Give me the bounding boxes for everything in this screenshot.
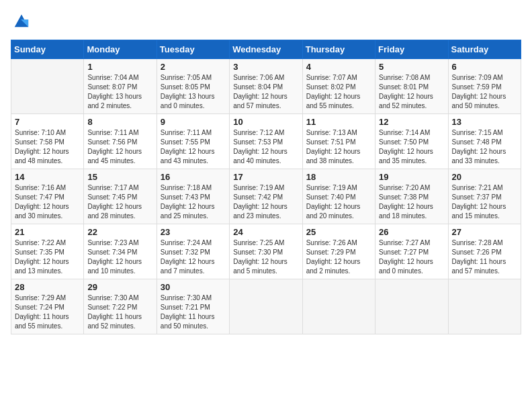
day-info: Sunrise: 7:16 AM Sunset: 7:47 PM Dayligh… — [15, 183, 80, 221]
day-info: Sunrise: 7:27 AM Sunset: 7:27 PM Dayligh… — [379, 238, 444, 276]
day-cell: 19Sunrise: 7:20 AM Sunset: 7:38 PM Dayli… — [375, 169, 448, 224]
day-cell: 3Sunrise: 7:06 AM Sunset: 8:04 PM Daylig… — [230, 59, 302, 114]
weekday-header-tuesday: Tuesday — [157, 40, 229, 59]
day-info: Sunrise: 7:05 AM Sunset: 8:05 PM Dayligh… — [161, 73, 226, 111]
day-info: Sunrise: 7:26 AM Sunset: 7:29 PM Dayligh… — [306, 238, 371, 276]
day-info: Sunrise: 7:19 AM Sunset: 7:40 PM Dayligh… — [306, 183, 371, 221]
day-number: 20 — [452, 172, 517, 182]
day-info: Sunrise: 7:23 AM Sunset: 7:34 PM Dayligh… — [87, 238, 152, 276]
day-cell: 7Sunrise: 7:10 AM Sunset: 7:58 PM Daylig… — [11, 114, 84, 169]
weekday-header-saturday: Saturday — [448, 40, 521, 59]
day-info: Sunrise: 7:17 AM Sunset: 7:45 PM Dayligh… — [87, 183, 152, 221]
day-number: 30 — [161, 282, 226, 292]
day-cell: 21Sunrise: 7:22 AM Sunset: 7:35 PM Dayli… — [11, 224, 84, 279]
day-info: Sunrise: 7:19 AM Sunset: 7:42 PM Dayligh… — [233, 183, 298, 221]
day-number: 23 — [161, 227, 226, 237]
day-info: Sunrise: 7:13 AM Sunset: 7:51 PM Dayligh… — [306, 128, 371, 166]
day-cell: 20Sunrise: 7:21 AM Sunset: 7:37 PM Dayli… — [448, 169, 521, 224]
day-info: Sunrise: 7:25 AM Sunset: 7:30 PM Dayligh… — [233, 238, 298, 276]
day-info: Sunrise: 7:11 AM Sunset: 7:56 PM Dayligh… — [87, 128, 152, 166]
day-number: 24 — [233, 227, 298, 237]
day-info: Sunrise: 7:28 AM Sunset: 7:26 PM Dayligh… — [452, 238, 517, 276]
page-header — [11, 11, 521, 33]
day-info: Sunrise: 7:09 AM Sunset: 7:59 PM Dayligh… — [452, 73, 517, 111]
day-cell: 10Sunrise: 7:12 AM Sunset: 7:53 PM Dayli… — [230, 114, 302, 169]
day-cell: 30Sunrise: 7:30 AM Sunset: 7:21 PM Dayli… — [157, 279, 229, 334]
day-number: 3 — [233, 62, 298, 72]
day-cell: 29Sunrise: 7:30 AM Sunset: 7:22 PM Dayli… — [84, 279, 157, 334]
day-cell: 23Sunrise: 7:24 AM Sunset: 7:32 PM Dayli… — [157, 224, 229, 279]
day-number: 22 — [87, 227, 152, 237]
day-number: 26 — [379, 227, 444, 237]
day-cell — [375, 279, 448, 334]
day-info: Sunrise: 7:21 AM Sunset: 7:37 PM Dayligh… — [452, 183, 517, 221]
day-cell: 15Sunrise: 7:17 AM Sunset: 7:45 PM Dayli… — [84, 169, 157, 224]
day-info: Sunrise: 7:07 AM Sunset: 8:02 PM Dayligh… — [306, 73, 371, 111]
day-cell: 8Sunrise: 7:11 AM Sunset: 7:56 PM Daylig… — [84, 114, 157, 169]
day-number: 8 — [87, 117, 152, 127]
logo-icon — [12, 11, 31, 30]
day-cell: 2Sunrise: 7:05 AM Sunset: 8:05 PM Daylig… — [157, 59, 229, 114]
day-number: 28 — [15, 282, 80, 292]
week-row-3: 14Sunrise: 7:16 AM Sunset: 7:47 PM Dayli… — [11, 169, 521, 224]
day-info: Sunrise: 7:18 AM Sunset: 7:43 PM Dayligh… — [161, 183, 226, 221]
day-number: 21 — [15, 227, 80, 237]
day-cell: 22Sunrise: 7:23 AM Sunset: 7:34 PM Dayli… — [84, 224, 157, 279]
day-info: Sunrise: 7:24 AM Sunset: 7:32 PM Dayligh… — [161, 238, 226, 276]
day-cell: 26Sunrise: 7:27 AM Sunset: 7:27 PM Dayli… — [375, 224, 448, 279]
weekday-header-monday: Monday — [84, 40, 157, 59]
day-cell: 4Sunrise: 7:07 AM Sunset: 8:02 PM Daylig… — [302, 59, 375, 114]
day-info: Sunrise: 7:06 AM Sunset: 8:04 PM Dayligh… — [233, 73, 298, 111]
day-info: Sunrise: 7:29 AM Sunset: 7:24 PM Dayligh… — [15, 293, 80, 331]
day-cell: 11Sunrise: 7:13 AM Sunset: 7:51 PM Dayli… — [302, 114, 375, 169]
day-cell: 13Sunrise: 7:15 AM Sunset: 7:48 PM Dayli… — [448, 114, 521, 169]
day-number: 13 — [452, 117, 517, 127]
day-number: 12 — [379, 117, 444, 127]
day-number: 15 — [87, 172, 152, 182]
day-cell: 12Sunrise: 7:14 AM Sunset: 7:50 PM Dayli… — [375, 114, 448, 169]
day-info: Sunrise: 7:08 AM Sunset: 8:01 PM Dayligh… — [379, 73, 444, 111]
day-number: 7 — [15, 117, 80, 127]
day-info: Sunrise: 7:30 AM Sunset: 7:22 PM Dayligh… — [87, 293, 152, 331]
day-info: Sunrise: 7:12 AM Sunset: 7:53 PM Dayligh… — [233, 128, 298, 166]
day-cell — [11, 59, 84, 114]
day-number: 27 — [452, 227, 517, 237]
day-cell: 14Sunrise: 7:16 AM Sunset: 7:47 PM Dayli… — [11, 169, 84, 224]
weekday-header-wednesday: Wednesday — [230, 40, 302, 59]
day-number: 5 — [379, 62, 444, 72]
day-cell: 1Sunrise: 7:04 AM Sunset: 8:07 PM Daylig… — [84, 59, 157, 114]
day-number: 19 — [379, 172, 444, 182]
day-number: 17 — [233, 172, 298, 182]
day-number: 25 — [306, 227, 371, 237]
day-number: 14 — [15, 172, 80, 182]
day-number: 2 — [161, 62, 226, 72]
day-number: 11 — [306, 117, 371, 127]
day-number: 10 — [233, 117, 298, 127]
weekday-header-row: SundayMondayTuesdayWednesdayThursdayFrid… — [11, 40, 521, 59]
day-cell: 17Sunrise: 7:19 AM Sunset: 7:42 PM Dayli… — [230, 169, 302, 224]
day-info: Sunrise: 7:11 AM Sunset: 7:55 PM Dayligh… — [161, 128, 226, 166]
logo — [11, 11, 31, 33]
weekday-header-sunday: Sunday — [11, 40, 84, 59]
day-cell: 28Sunrise: 7:29 AM Sunset: 7:24 PM Dayli… — [11, 279, 84, 334]
weekday-header-friday: Friday — [375, 40, 448, 59]
day-cell — [448, 279, 521, 334]
day-cell: 9Sunrise: 7:11 AM Sunset: 7:55 PM Daylig… — [157, 114, 229, 169]
calendar-table: SundayMondayTuesdayWednesdayThursdayFrid… — [11, 40, 521, 334]
day-cell — [302, 279, 375, 334]
day-cell: 27Sunrise: 7:28 AM Sunset: 7:26 PM Dayli… — [448, 224, 521, 279]
day-info: Sunrise: 7:15 AM Sunset: 7:48 PM Dayligh… — [452, 128, 517, 166]
day-info: Sunrise: 7:20 AM Sunset: 7:38 PM Dayligh… — [379, 183, 444, 221]
day-number: 18 — [306, 172, 371, 182]
day-cell: 16Sunrise: 7:18 AM Sunset: 7:43 PM Dayli… — [157, 169, 229, 224]
day-cell — [230, 279, 302, 334]
day-number: 9 — [161, 117, 226, 127]
day-number: 29 — [87, 282, 152, 292]
weekday-header-thursday: Thursday — [302, 40, 375, 59]
day-info: Sunrise: 7:10 AM Sunset: 7:58 PM Dayligh… — [15, 128, 80, 166]
day-info: Sunrise: 7:04 AM Sunset: 8:07 PM Dayligh… — [87, 73, 152, 111]
week-row-4: 21Sunrise: 7:22 AM Sunset: 7:35 PM Dayli… — [11, 224, 521, 279]
day-cell: 18Sunrise: 7:19 AM Sunset: 7:40 PM Dayli… — [302, 169, 375, 224]
day-cell: 6Sunrise: 7:09 AM Sunset: 7:59 PM Daylig… — [448, 59, 521, 114]
day-number: 6 — [452, 62, 517, 72]
